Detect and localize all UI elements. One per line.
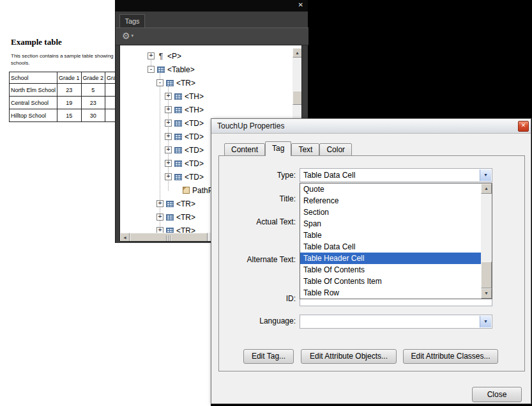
dropdown-item[interactable]: Table Of Contents Item <box>300 276 481 287</box>
cell <box>105 109 116 122</box>
content-item-icon <box>183 187 190 194</box>
expand-toggle[interactable]: - <box>156 79 163 86</box>
table-tag-icon <box>166 80 174 86</box>
cell <box>105 97 116 109</box>
dropdown-item[interactable]: Table Data Cell <box>300 241 481 253</box>
expand-toggle[interactable]: + <box>165 133 172 140</box>
edit-attribute-classes-button[interactable]: Edit Attribute Classes... <box>403 349 498 364</box>
expand-toggle[interactable]: + <box>165 120 172 127</box>
tree-item-label[interactable]: <TR> <box>176 213 195 222</box>
gear-icon: ⚙ <box>122 31 130 41</box>
edit-tag-button[interactable]: Edit Tag... <box>243 349 294 364</box>
combo-dropdown-button[interactable]: ▼ <box>480 169 491 181</box>
type-dropdown-list: Quote Reference Section Span Table Table… <box>300 183 492 299</box>
table-tag-icon <box>166 201 174 207</box>
dropdown-item[interactable]: Span <box>300 218 481 230</box>
dropdown-item[interactable]: Section <box>300 207 481 218</box>
expand-toggle[interactable]: - <box>148 66 155 73</box>
language-label: Language: <box>225 315 296 327</box>
horizontal-scrollbar-thumb[interactable] <box>130 233 208 242</box>
dropdown-scrollbar[interactable]: ▲ ▼ <box>481 183 492 299</box>
tree-item-label[interactable]: <TH> <box>185 105 204 114</box>
cell: Central School <box>10 97 57 109</box>
paragraph-line: schools. <box>11 59 115 66</box>
tree-item: + <TH> <box>120 90 302 103</box>
dropdown-item[interactable]: Table <box>300 230 481 241</box>
options-button[interactable]: ⚙▾ <box>122 30 133 42</box>
pane-close-icon[interactable]: ✕ <box>298 1 303 8</box>
close-button[interactable]: Close <box>472 387 522 402</box>
tree-item-label[interactable]: <TH> <box>185 92 204 101</box>
cell: 5 <box>81 84 105 97</box>
expand-toggle[interactable]: + <box>165 93 172 100</box>
column-header: Grade 1 <box>57 72 82 84</box>
dropdown-scrollbar-thumb[interactable] <box>481 262 492 288</box>
tree-item-label[interactable]: <TR> <box>176 199 195 208</box>
tab-tag[interactable]: Tag <box>265 141 291 156</box>
chevron-down-icon: ▾ <box>132 33 134 38</box>
expand-toggle[interactable]: + <box>165 160 172 167</box>
expand-toggle[interactable]: + <box>148 52 155 59</box>
chevron-down-icon: ▼ <box>483 173 488 177</box>
language-combobox[interactable]: ▼ <box>300 315 492 329</box>
dialog-close-button[interactable]: ✕ <box>518 121 529 132</box>
actual-text-label: Actual Text: <box>225 215 296 228</box>
dropdown-item-selected[interactable]: Table Header Cell <box>300 253 481 264</box>
document-paragraph: This section contains a sample table sho… <box>11 52 115 66</box>
vertical-scrollbar-thumb[interactable] <box>293 91 302 105</box>
table-tag-icon <box>174 174 182 180</box>
scrollbar-left-icon[interactable]: ◄ <box>120 233 130 242</box>
tree-item-label[interactable]: <P> <box>167 52 181 61</box>
tab-tags[interactable]: Tags <box>119 14 145 28</box>
expand-toggle[interactable]: + <box>165 106 172 113</box>
column-header: School <box>10 72 57 84</box>
scrollbar-up-icon[interactable]: ▲ <box>293 48 302 58</box>
tags-toolbar: ⚙▾ <box>116 27 308 45</box>
screen: Example table This section contains a sa… <box>0 0 532 406</box>
paragraph-line: This section contains a sample table sho… <box>11 52 115 59</box>
expand-toggle[interactable]: + <box>156 200 163 207</box>
scrollbar-up-icon[interactable]: ▲ <box>481 183 492 194</box>
type-combobox-value: Table Data Cell <box>303 169 479 182</box>
tab-color[interactable]: Color <box>319 143 352 156</box>
expand-toggle[interactable]: + <box>165 146 172 153</box>
type-combobox[interactable]: Table Data Cell ▼ <box>300 168 492 182</box>
table-row: Hilltop School 15 30 <box>10 109 116 122</box>
tree-item: + <TH> <box>120 103 302 116</box>
alternate-text-label: Alternate Text: <box>225 253 296 266</box>
tree-item-label[interactable]: <TR> <box>176 79 195 88</box>
expand-toggle[interactable]: + <box>165 173 172 180</box>
tree-item-label[interactable]: <TD> <box>185 159 204 168</box>
paragraph-tag-icon: ¶ <box>157 52 165 60</box>
table-tag-icon <box>166 214 174 221</box>
language-combobox-value <box>303 315 479 328</box>
dropdown-item[interactable]: Reference <box>300 195 481 207</box>
tab-content[interactable]: Content <box>224 143 265 156</box>
tree-item-label[interactable]: <Table> <box>167 65 195 74</box>
tree-item-label[interactable]: <TD> <box>185 146 204 155</box>
cell: 19 <box>57 97 82 109</box>
dialog-tabs: Content Tag Text Color <box>224 141 352 156</box>
table-row: Central School 19 23 <box>10 97 116 109</box>
combo-dropdown-button[interactable]: ▼ <box>480 316 491 327</box>
table-header-row: School Grade 1 Grade 2 Grade 3 <box>10 72 116 84</box>
tree-item-label[interactable]: <TD> <box>185 119 204 128</box>
dialog-titlebar[interactable]: TouchUp Properties ✕ <box>211 119 531 134</box>
tree-item-label[interactable]: <TD> <box>185 173 204 182</box>
dropdown-item[interactable]: Table Of Contents <box>300 264 481 276</box>
scrollbar-down-icon[interactable]: ▼ <box>481 288 492 299</box>
tree-item-label[interactable]: <TD> <box>185 132 204 141</box>
table-tag-icon <box>157 66 165 73</box>
tree-item: - <Table> <box>120 63 302 76</box>
touchup-properties-dialog: TouchUp Properties ✕ Content Tag Text Co… <box>211 118 531 404</box>
cell: 23 <box>57 84 82 97</box>
dropdown-item[interactable]: Table Row <box>300 287 481 299</box>
tab-text[interactable]: Text <box>291 143 319 156</box>
expand-toggle[interactable]: + <box>156 214 163 221</box>
edit-attribute-objects-button[interactable]: Edit Attribute Objects... <box>301 349 397 364</box>
chevron-down-icon: ▼ <box>483 319 488 324</box>
document-heading: Example table <box>11 37 62 47</box>
title-label: Title: <box>225 192 296 205</box>
table-row: North Elm School 23 5 <box>10 84 116 97</box>
dropdown-item[interactable]: Quote <box>300 183 481 195</box>
